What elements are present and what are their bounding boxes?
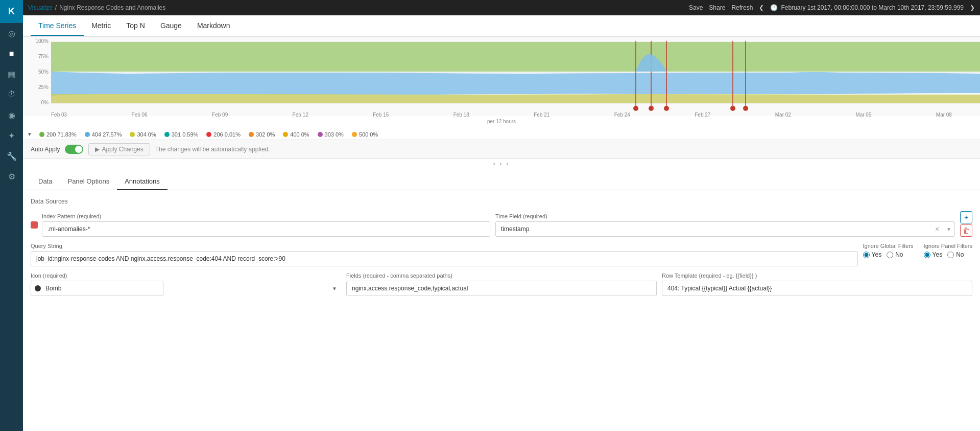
drag-handle: • • • [23,159,980,168]
app-logo[interactable]: K [0,0,23,23]
ignore-panel-yes-radio[interactable] [924,252,930,258]
sidebar-icon-visualize[interactable]: ■ [0,43,23,64]
svg-point-20 [743,106,748,111]
fields-input[interactable] [346,281,657,296]
svg-point-17 [649,106,654,111]
sidebar-icon-graph[interactable]: ✦ [0,125,23,146]
row-template-group: Row Template (required - eg. {{field}} ) [662,273,972,296]
legend-item-304: 304 0% [130,131,156,138]
ignore-global-no-label[interactable]: No [887,251,903,258]
x-label-mar08: Mar 08 [936,112,952,118]
x-label-mar05: Mar 05 [855,112,871,118]
legend-code-301: 301 0.59% [172,131,199,138]
time-field-dropdown-button[interactable]: ▼ [943,226,954,232]
auto-apply-toggle[interactable] [65,145,83,154]
ignore-global-label: Ignore Global Filters [863,243,914,249]
x-label-mar02: Mar 02 [775,112,791,118]
tab-top-n[interactable]: Top N [118,16,153,36]
svg-text:25%: 25% [38,84,49,90]
index-pattern-label: Index Pattern (required) [42,213,490,219]
x-label-feb18: Feb 18 [453,112,469,118]
time-field-clear-button[interactable]: × [931,225,943,233]
legend-code-304: 304 0% [137,131,156,138]
tab-markdown[interactable]: Markdown [189,16,238,36]
query-string-input[interactable] [31,251,858,266]
viz-tab-bar: Time Series Metric Top N Gauge Markdown [23,15,980,37]
ignore-panel-radios: Yes No [924,251,972,258]
index-pattern-indicator [31,221,38,229]
time-nav-forward[interactable]: ❯ [970,4,975,11]
remove-source-button[interactable]: 🗑 [960,224,972,237]
breadcrumb-visualize-link[interactable]: Visualize [28,4,53,11]
time-nav-back[interactable]: ❮ [759,4,764,11]
share-button[interactable]: Share [709,4,725,11]
add-remove-buttons: + 🗑 [960,211,972,237]
tab-data[interactable]: Data [31,173,60,190]
legend-color-301 [164,132,170,137]
svg-point-19 [730,106,735,111]
yes-text: Yes [872,251,882,258]
chart-svg: 100% 75% 50% 25% 0% [23,37,980,116]
page-title: Nginx Response Codes and Anomalies [59,4,165,11]
filter-options: Ignore Global Filters Yes No Ignore Pane [863,243,972,258]
legend-code-206: 206 0.01% [213,131,241,138]
topbar: Visualize / Nginx Response Codes and Ano… [23,0,980,15]
legend-code-404: 404 27.57% [92,131,122,138]
changes-message: The changes will be automatically applie… [155,146,270,153]
section-title: Data Sources [31,198,972,205]
fields-group: Fields (required - comma separated paths… [346,273,657,296]
tab-time-series[interactable]: Time Series [31,16,84,36]
legend-chevron[interactable]: ▾ [28,131,31,138]
time-range-text: February 1st 2017, 00:00:00.000 to March… [781,4,964,11]
sidebar-icon-dashboard[interactable]: ▦ [0,64,23,84]
save-button[interactable]: Save [689,4,703,11]
legend-item-303: 303 0% [318,131,344,138]
x-label-feb09: Feb 09 [212,112,228,118]
sidebar-icon-devtools[interactable]: 🔧 [0,146,23,166]
ignore-global-yes-label[interactable]: Yes [863,251,882,258]
ignore-global-yes-radio[interactable] [863,252,870,258]
x-label-feb06: Feb 06 [132,112,148,118]
apply-changes-button[interactable]: ▶ Apply Changes [88,143,150,155]
index-pattern-input[interactable] [42,221,490,237]
ignore-panel-no-label[interactable]: No [947,251,964,258]
legend-color-303 [318,132,323,137]
icon-select[interactable]: Bomb Star Circle [31,281,163,296]
index-time-row: Index Pattern (required) Time Field (req… [31,211,972,237]
svg-text:0%: 0% [41,100,49,105]
row-template-label: Row Template (required - eg. {{field}} ) [662,273,972,279]
time-field-group: Time Field (required) × ▼ [495,213,955,237]
legend-color-400 [283,132,288,137]
svg-text:50%: 50% [38,69,49,75]
sidebar-icon-ml[interactable]: ◉ [0,105,23,125]
icon-select-wrapper: Bomb Star Circle ▼ [31,281,341,296]
ignore-panel-label: Ignore Panel Filters [924,243,972,249]
main-content: Visualize / Nginx Response Codes and Ano… [23,0,980,431]
ignore-panel-no-radio[interactable] [947,252,954,258]
time-range-display[interactable]: 🕐 February 1st 2017, 00:00:00.000 to Mar… [770,4,964,11]
tab-metric[interactable]: Metric [84,16,118,36]
chart-legend: ▾ 200 71.83% 404 27.57% 304 0% 301 0.59%… [23,129,980,140]
legend-code-302: 302 0% [256,131,275,138]
time-field-label: Time Field (required) [495,213,955,219]
topbar-actions: Save Share Refresh ❮ 🕐 February 1st 2017… [689,4,975,11]
ignore-panel-filters-group: Ignore Panel Filters Yes No [924,243,972,258]
time-field-input[interactable] [496,222,931,236]
breadcrumb-separator: / [55,4,57,11]
tab-annotations[interactable]: Annotations [117,173,168,190]
ignore-panel-yes-label[interactable]: Yes [924,251,943,258]
tab-panel-options[interactable]: Panel Options [60,173,117,190]
svg-point-18 [664,106,669,111]
row-template-input[interactable] [662,281,972,296]
sidebar-icon-timelion[interactable]: ⏱ [0,84,23,105]
add-source-button[interactable]: + [960,211,972,223]
ignore-global-no-radio[interactable] [887,252,893,258]
sidebar-icon-settings[interactable]: ⚙ [0,166,23,187]
icon-group: Icon (required) Bomb Star Circle ▼ [31,273,341,296]
sidebar-icon-discover[interactable]: ◎ [0,23,23,43]
refresh-button[interactable]: Refresh [731,4,753,11]
legend-color-304 [130,132,135,137]
time-icon: 🕐 [770,4,778,11]
icon-label: Icon (required) [31,273,341,279]
tab-gauge[interactable]: Gauge [153,16,189,36]
